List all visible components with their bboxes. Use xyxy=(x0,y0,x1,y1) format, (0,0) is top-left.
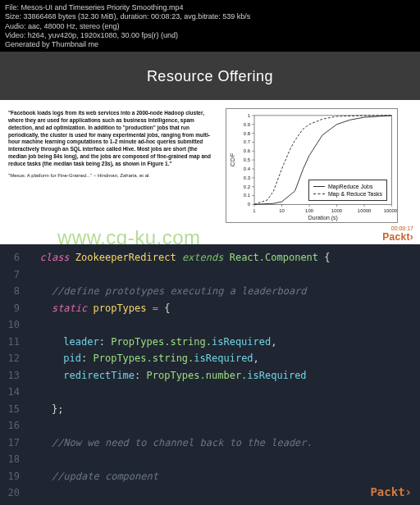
code-line: 9 static propTypes = { xyxy=(0,300,420,317)
svg-text:0.6: 0.6 xyxy=(244,148,251,153)
svg-text:100: 100 xyxy=(305,208,314,213)
svg-text:0.3: 0.3 xyxy=(244,175,251,180)
svg-text:0.2: 0.2 xyxy=(244,184,250,189)
svg-text:0.9: 0.9 xyxy=(244,122,250,127)
svg-text:10: 10 xyxy=(279,208,285,213)
cdf-chart: 00.10.20.30.40.50.60.70.80.9111010010001… xyxy=(226,108,398,223)
svg-text:1: 1 xyxy=(253,208,255,213)
code-line: 13 redirectTime: PropTypes.number.isRequ… xyxy=(0,367,420,384)
code-line: 12 pid: PropTypes.string.isRequired, xyxy=(0,350,420,367)
file-metadata: File: Mesos-UI and Timeseries Priority S… xyxy=(0,0,420,52)
svg-text:0.5: 0.5 xyxy=(244,157,251,162)
code-line: 15 }; xyxy=(0,401,420,418)
code-line: 16 xyxy=(0,417,420,434)
code-line: 20 xyxy=(0,485,420,502)
brand-logo-bottom: Packt› xyxy=(370,484,412,501)
timecode: 00:08:17 xyxy=(391,225,413,231)
svg-text:0.4: 0.4 xyxy=(244,166,251,171)
slide-title: Resource Offering xyxy=(0,52,420,100)
svg-text:CDF: CDF xyxy=(229,153,236,166)
svg-text:100000: 100000 xyxy=(384,208,397,213)
svg-text:0.1: 0.1 xyxy=(244,193,250,198)
quote-attribution: "Mesos: A platform for Fine-Grained..." … xyxy=(8,172,217,179)
slide-body: "Facebook loads logs from its web servic… xyxy=(0,100,420,244)
code-line: 6 class ZookeeperRedirect extends React.… xyxy=(0,249,420,266)
code-line: 7 xyxy=(0,266,420,284)
code-line: 17 //Now we need to channel back to the … xyxy=(0,434,420,452)
code-line: 11 leader: PropTypes.string.isRequired, xyxy=(0,334,420,351)
code-line: 18 xyxy=(0,451,420,468)
code-editor: 6 class ZookeeperRedirect extends React.… xyxy=(0,244,420,505)
svg-text:1000: 1000 xyxy=(331,208,343,213)
brand-logo: Packt› xyxy=(382,231,413,243)
svg-text:10000: 10000 xyxy=(358,208,372,213)
svg-text:Duration (s): Duration (s) xyxy=(308,215,338,221)
chart-legend: MapReduce Jobs Map & Reduce Tasks xyxy=(308,180,387,201)
svg-text:0.8: 0.8 xyxy=(244,131,251,136)
svg-text:0: 0 xyxy=(248,202,251,207)
quote-block: "Facebook loads logs from its web servic… xyxy=(8,108,217,223)
svg-text:0.7: 0.7 xyxy=(244,140,250,145)
code-line: 19 //update component xyxy=(0,468,420,485)
code-line: 8 //define prototypes executing a leader… xyxy=(0,283,420,300)
code-line: 14 xyxy=(0,384,420,401)
code-line: 10 xyxy=(0,316,420,334)
svg-text:1: 1 xyxy=(248,113,250,118)
